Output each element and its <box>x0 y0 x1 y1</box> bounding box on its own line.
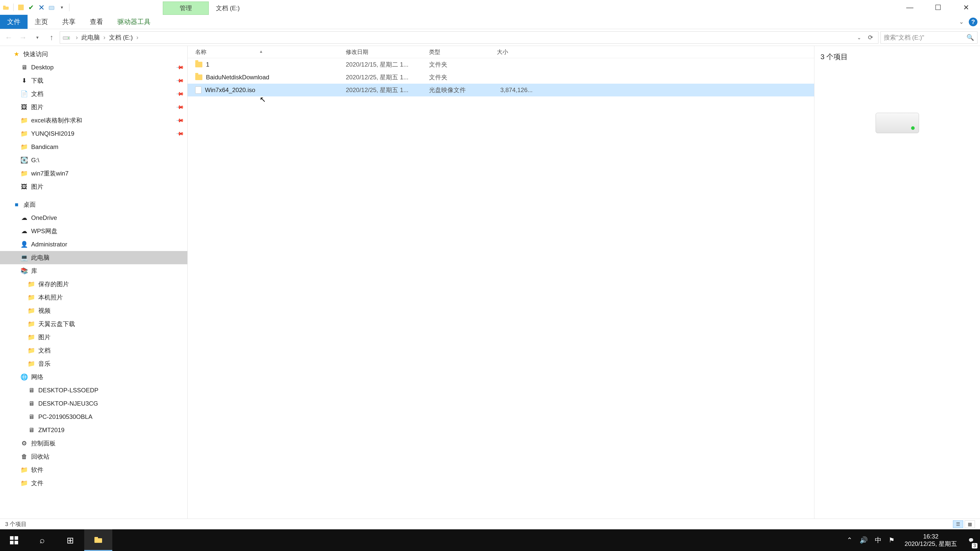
action-center-button[interactable]: 💬 3 <box>962 529 980 551</box>
minimize-button[interactable]: — <box>896 0 924 15</box>
sidebar-item[interactable]: 🗑回收站 <box>0 450 187 463</box>
search-icon[interactable]: 🔍 <box>966 34 974 41</box>
properties-icon[interactable] <box>17 3 25 12</box>
home-tab[interactable]: 主页 <box>27 15 55 29</box>
sidebar-item[interactable]: 📁天翼云盘下载 <box>0 318 187 330</box>
sidebar-item[interactable]: ⬇下载📌 <box>0 74 187 87</box>
icons-view-button[interactable]: ▦ <box>965 520 975 528</box>
sidebar-item[interactable]: 📄文档📌 <box>0 87 187 100</box>
breadcrumb-root[interactable]: 此电脑 <box>80 33 101 41</box>
volume-icon[interactable]: 🔊 <box>859 536 868 544</box>
sidebar-item[interactable]: 🖥PC-20190530OBLA <box>0 410 187 424</box>
security-icon[interactable]: ⚑ <box>889 536 894 544</box>
chevron-right-icon[interactable]: › <box>134 34 141 41</box>
svg-rect-1 <box>3 6 6 7</box>
file-type: 文件夹 <box>422 73 489 81</box>
address-dropdown-icon[interactable]: ⌄ <box>854 35 864 41</box>
sidebar-item[interactable]: 📁图片 <box>0 330 187 344</box>
sidebar-item[interactable]: 📁YUNQISHI2019📌 <box>0 127 187 140</box>
sidebar-item[interactable]: 📁文档 <box>0 344 187 357</box>
item-icon: 📁 <box>21 170 28 177</box>
sidebar-item-this-pc[interactable]: 💻此电脑 <box>0 251 187 264</box>
sidebar-item[interactable]: 💽G:\ <box>0 154 187 167</box>
sidebar-item[interactable]: 📁Bandicam <box>0 140 187 154</box>
file-row[interactable]: 12020/12/15, 星期二 1...文件夹 <box>188 58 814 71</box>
sidebar-item[interactable]: 🖼图片📌 <box>0 100 187 114</box>
sidebar-item[interactable]: ☁OneDrive <box>0 211 187 224</box>
chevron-right-icon[interactable]: › <box>101 34 108 41</box>
column-size[interactable]: 大小 <box>489 48 538 56</box>
quick-access[interactable]: ★快速访问 <box>0 48 187 61</box>
sidebar-item[interactable]: 📁excel表格制作求和📌 <box>0 114 187 127</box>
view-tab[interactable]: 查看 <box>83 15 110 29</box>
explorer-taskbar-icon[interactable] <box>84 529 112 551</box>
desktop-root[interactable]: ■桌面 <box>0 198 187 211</box>
column-date[interactable]: 修改日期 <box>338 48 422 56</box>
recent-locations-dropdown[interactable]: ▾ <box>31 32 43 44</box>
back-button[interactable]: ← <box>3 32 15 44</box>
maximize-button[interactable]: ☐ <box>924 0 952 15</box>
details-view-button[interactable]: ☰ <box>953 520 963 528</box>
search-button[interactable]: ⌕ <box>28 529 56 551</box>
sidebar-item[interactable]: 👤Administrator <box>0 238 187 251</box>
folder-icon <box>195 62 202 67</box>
sidebar-item[interactable]: 📁音乐 <box>0 357 187 370</box>
sidebar-item[interactable]: 📁保存的图片 <box>0 278 187 291</box>
computer-icon: 🖥 <box>27 413 35 421</box>
up-button[interactable]: ↑ <box>45 32 58 44</box>
refresh-icon[interactable]: ⟳ <box>865 34 876 41</box>
file-rows: 12020/12/15, 星期二 1...文件夹BaiduNetdiskDown… <box>188 58 814 519</box>
file-row[interactable]: Win7x64_2020.iso2020/12/25, 星期五 1...光盘映像… <box>188 84 814 97</box>
column-name[interactable]: 名称▲ <box>188 48 338 56</box>
item-count: 3 个项目 <box>821 52 848 62</box>
checkmark-icon[interactable]: ✔ <box>27 3 35 12</box>
qat-dropdown-icon[interactable]: ▾ <box>57 3 66 12</box>
expand-ribbon-icon[interactable]: ⌄ <box>959 19 964 25</box>
sidebar-item[interactable]: ⚙控制面板 <box>0 437 187 450</box>
start-button[interactable] <box>0 529 28 551</box>
file-size: 3,874,126... <box>489 86 538 94</box>
computer-icon: 🖥 <box>27 426 35 434</box>
sidebar-item[interactable]: ☁WPS网盘 <box>0 224 187 238</box>
close-button[interactable]: ✕ <box>952 0 980 15</box>
manage-context-tab[interactable]: 管理 <box>163 2 209 15</box>
item-icon: 📁 <box>27 307 35 314</box>
breadcrumb-location[interactable]: 文档 (E:) <box>108 33 134 41</box>
sidebar-item[interactable]: 📁本机照片 <box>0 291 187 304</box>
search-box[interactable]: 搜索"文档 (E:)" 🔍 <box>880 32 977 44</box>
item-icon: 📁 <box>21 479 28 487</box>
new-folder-icon[interactable] <box>47 3 56 12</box>
explorer-window: ✔ ✕ ▾ 管理 文档 (E:) — ☐ ✕ 文件 主页 共享 查看 驱动器工具… <box>0 0 980 529</box>
sidebar-item[interactable]: 🖼图片 <box>0 180 187 193</box>
sidebar-item[interactable]: 📚库 <box>0 264 187 278</box>
sidebar-item[interactable]: 🖥Desktop📌 <box>0 61 187 74</box>
file-tab[interactable]: 文件 <box>0 15 27 29</box>
forward-button[interactable]: → <box>17 32 29 44</box>
sidebar-item[interactable]: 🖥DESKTOP-LSSOEDP <box>0 384 187 397</box>
file-row[interactable]: BaiduNetdiskDownload2020/12/25, 星期五 1...… <box>188 71 814 84</box>
tray-chevron-icon[interactable]: ⌃ <box>847 536 853 544</box>
item-icon: ⬇ <box>21 77 28 84</box>
app-icon[interactable] <box>2 3 10 12</box>
chevron-right-icon[interactable]: › <box>73 34 80 41</box>
item-icon: 📁 <box>27 320 35 328</box>
sidebar-item[interactable]: 🖥ZMT2019 <box>0 424 187 437</box>
sidebar-item-network[interactable]: 🌐网络 <box>0 370 187 384</box>
drive-tools-tab[interactable]: 驱动器工具 <box>110 15 158 29</box>
clock[interactable]: 16:32 2020/12/25, 星期五 <box>900 533 962 548</box>
navigation-pane[interactable]: ★快速访问 🖥Desktop📌⬇下载📌📄文档📌🖼图片📌📁excel表格制作求和📌… <box>0 46 188 519</box>
sidebar-item[interactable]: 📁win7重装win7 <box>0 167 187 180</box>
help-icon[interactable]: ? <box>969 17 977 26</box>
taskbar: ⌕ ⊞ ⌃ 🔊 中 ⚑ 16:32 2020/12/25, 星期五 💬 3 <box>0 529 980 551</box>
sidebar-item[interactable]: 📁软件 <box>0 463 187 476</box>
task-view-button[interactable]: ⊞ <box>56 529 84 551</box>
close-icon[interactable]: ✕ <box>37 3 46 12</box>
column-type[interactable]: 类型 <box>422 48 489 56</box>
item-icon: 🗑 <box>21 453 28 460</box>
sidebar-item[interactable]: 📁文件 <box>0 476 187 490</box>
sidebar-item[interactable]: 📁视频 <box>0 304 187 318</box>
sidebar-item[interactable]: 🖥DESKTOP-NJEU3CG <box>0 397 187 410</box>
share-tab[interactable]: 共享 <box>55 15 83 29</box>
ime-indicator[interactable]: 中 <box>875 536 881 545</box>
address-bar[interactable]: › 此电脑 › 文档 (E:) › ⌄ ⟳ <box>60 32 878 44</box>
